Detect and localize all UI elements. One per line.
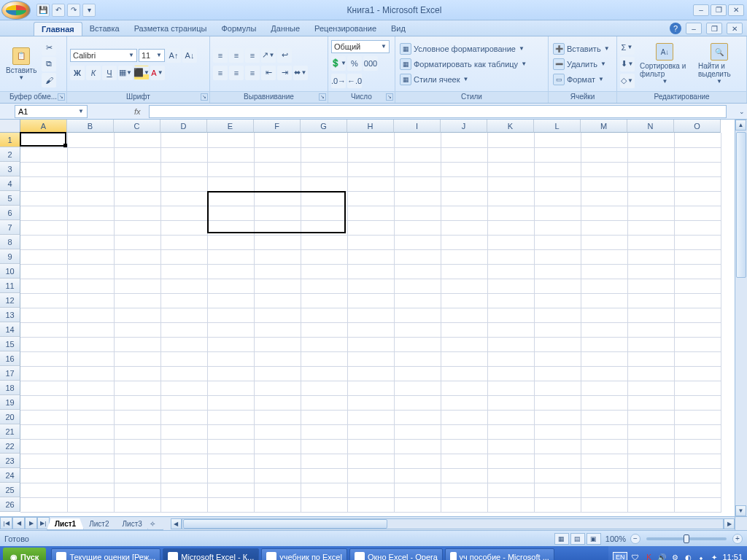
cell[interactable] [674, 410, 721, 424]
doc-close-button[interactable]: ✕ [727, 23, 743, 34]
find-select-button[interactable]: 🔍 Найти и выделить▼ [695, 42, 743, 86]
cell[interactable] [674, 279, 721, 293]
cell[interactable] [394, 133, 441, 147]
cell[interactable] [207, 410, 254, 424]
cell[interactable] [534, 133, 581, 147]
cell[interactable] [160, 133, 207, 147]
cell[interactable] [581, 162, 627, 176]
cell[interactable] [394, 220, 441, 235]
cell[interactable] [160, 483, 207, 497]
cell[interactable] [394, 206, 441, 220]
page-layout-view-icon[interactable]: ▤ [570, 533, 585, 545]
cell[interactable] [487, 279, 534, 293]
cell[interactable] [674, 424, 721, 439]
cell[interactable] [207, 337, 254, 351]
cell[interactable] [441, 147, 487, 162]
cell[interactable] [627, 162, 674, 176]
cell[interactable] [20, 220, 67, 235]
shrink-font-icon[interactable]: A↓ [182, 48, 197, 63]
cell[interactable] [20, 147, 67, 162]
cell[interactable] [581, 176, 627, 191]
sheet-tab[interactable]: Лист1 [47, 518, 84, 530]
taskbar-item[interactable]: Текущие оценки [Реж... [51, 548, 160, 560]
cell[interactable] [674, 351, 721, 366]
cell[interactable] [160, 206, 207, 220]
cell[interactable] [67, 337, 114, 351]
cell[interactable] [67, 366, 114, 381]
cell[interactable] [160, 424, 207, 439]
row-header[interactable]: 20 [0, 410, 20, 424]
cell[interactable] [394, 293, 441, 308]
cell[interactable] [674, 176, 721, 191]
cell[interactable] [394, 424, 441, 439]
cell[interactable] [487, 468, 534, 483]
format-painter-icon[interactable]: 🖌 [42, 73, 56, 88]
tab-Данные[interactable]: Данные [263, 22, 307, 36]
cell[interactable] [67, 279, 114, 293]
cell[interactable] [67, 381, 114, 395]
cell[interactable] [487, 220, 534, 235]
delete-cells-button[interactable]: ➖Удалить▼ [551, 58, 612, 71]
cell[interactable] [160, 176, 207, 191]
cell[interactable] [301, 454, 347, 468]
cell[interactable] [301, 424, 347, 439]
cell[interactable] [67, 468, 114, 483]
dialog-launcher-icon[interactable]: ↘ [201, 93, 208, 101]
cell[interactable] [487, 497, 534, 512]
merge-icon[interactable]: ⬌▼ [293, 66, 308, 80]
cell[interactable] [627, 264, 674, 279]
cell[interactable] [394, 162, 441, 176]
cell[interactable] [254, 322, 301, 337]
currency-icon[interactable]: 💲▼ [331, 56, 346, 71]
cell[interactable] [160, 147, 207, 162]
cell[interactable] [20, 293, 67, 308]
fill-color-icon[interactable]: ⬛▼ [134, 66, 149, 80]
cell[interactable] [581, 206, 627, 220]
tray-icon[interactable]: ✦ [709, 552, 719, 560]
cell[interactable] [301, 381, 347, 395]
cell[interactable] [441, 483, 487, 497]
cell[interactable] [160, 308, 207, 322]
cell[interactable] [394, 454, 441, 468]
cell[interactable] [301, 293, 347, 308]
cell[interactable] [254, 249, 301, 264]
cell[interactable] [254, 293, 301, 308]
cell[interactable] [441, 162, 487, 176]
cell[interactable] [20, 279, 67, 293]
row-header[interactable]: 11 [0, 279, 20, 293]
cell[interactable] [347, 366, 394, 381]
align-top-icon[interactable]: ≡ [213, 48, 228, 63]
cell[interactable] [581, 454, 627, 468]
cell[interactable] [627, 468, 674, 483]
tab-Вставка[interactable]: Вставка [82, 22, 127, 36]
cell[interactable] [114, 147, 160, 162]
close-button[interactable]: ✕ [728, 4, 744, 16]
cell[interactable] [674, 322, 721, 337]
cell[interactable] [160, 322, 207, 337]
row-header[interactable]: 24 [0, 468, 20, 483]
cell[interactable] [581, 133, 627, 147]
number-format-combo[interactable]: Общий▼ [331, 40, 390, 53]
cell[interactable] [674, 366, 721, 381]
cell[interactable] [254, 191, 301, 206]
cell[interactable] [487, 293, 534, 308]
cell[interactable] [114, 308, 160, 322]
cell[interactable] [674, 439, 721, 454]
cell[interactable] [67, 322, 114, 337]
cell[interactable] [160, 249, 207, 264]
cell[interactable] [581, 410, 627, 424]
cells-area[interactable] [20, 133, 721, 513]
fill-icon[interactable]: ⬇▼ [620, 57, 635, 71]
cell[interactable] [207, 308, 254, 322]
cell[interactable] [254, 424, 301, 439]
cell[interactable] [534, 176, 581, 191]
cell[interactable] [20, 337, 67, 351]
cell[interactable] [347, 395, 394, 410]
comma-icon[interactable]: 000 [363, 56, 378, 71]
row-header[interactable]: 26 [0, 497, 20, 512]
cell[interactable] [207, 483, 254, 497]
column-header[interactable]: H [347, 120, 394, 133]
zoom-in-button[interactable]: + [732, 534, 743, 544]
scroll-up-icon[interactable]: ▲ [735, 120, 746, 131]
cell[interactable] [254, 439, 301, 454]
